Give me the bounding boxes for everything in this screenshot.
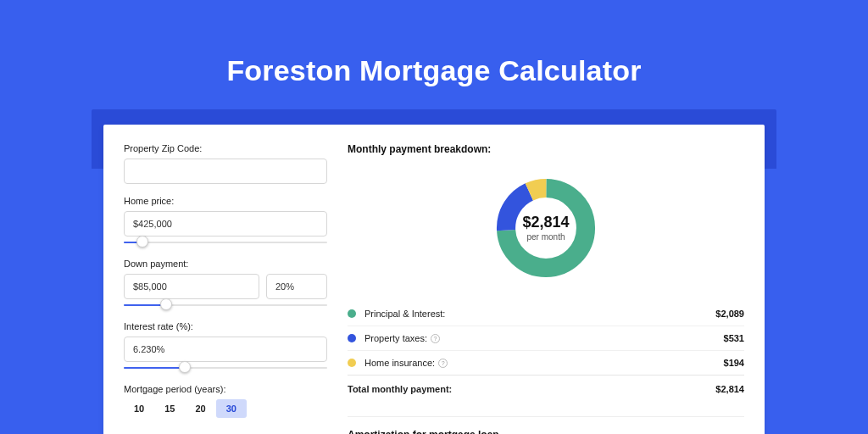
slider-thumb[interactable] (179, 361, 191, 373)
home-price-input[interactable] (124, 211, 327, 236)
legend-row: Home insurance:?$194 (348, 350, 744, 375)
slider-track (124, 242, 327, 243)
zip-label: Property Zip Code: (124, 143, 327, 153)
donut-center: $2,814 per month (493, 175, 598, 281)
legend-total-row: Total monthly payment: $2,814 (348, 375, 744, 401)
inputs-panel: Property Zip Code: Home price: Down paym… (124, 143, 327, 430)
legend-label-text: Property taxes: (364, 333, 427, 343)
page-root: Foreston Mortgage Calculator Property Zi… (0, 0, 868, 434)
interest-rate-slider[interactable] (124, 364, 327, 372)
legend-label-text: Principal & Interest: (364, 309, 445, 319)
breakdown-title: Monthly payment breakdown: (348, 143, 744, 155)
down-payment-slider[interactable] (124, 301, 327, 309)
slider-fill (124, 367, 185, 369)
period-option-10[interactable]: 10 (124, 399, 154, 418)
donut-chart-area: $2,814 per month (348, 162, 744, 293)
donut-total-amount: $2,814 (522, 214, 569, 231)
donut-total-sub: per month (526, 232, 565, 242)
legend-row: Property taxes:?$531 (348, 326, 744, 350)
legend-total-value: $2,814 (715, 384, 744, 394)
home-price-label: Home price: (124, 196, 327, 206)
legend-value: $194 (724, 358, 744, 368)
donut-chart: $2,814 per month (493, 175, 598, 281)
down-payment-pct-input[interactable] (266, 274, 327, 299)
slider-thumb[interactable] (160, 298, 172, 310)
calculator-card: Property Zip Code: Home price: Down paym… (103, 125, 765, 434)
period-option-15[interactable]: 15 (154, 399, 185, 418)
amortization-title: Amortization for mortgage loan (348, 429, 744, 434)
legend-label: Home insurance:? (364, 358, 724, 368)
info-icon[interactable]: ? (431, 334, 440, 343)
page-title: Foreston Mortgage Calculator (0, 0, 868, 87)
slider-thumb[interactable] (136, 236, 148, 248)
legend-row: Principal & Interest:$2,089 (348, 302, 744, 326)
home-price-slider[interactable] (124, 238, 327, 247)
down-payment-label: Down payment: (124, 259, 327, 269)
legend-dot-icon (348, 359, 356, 367)
period-option-20[interactable]: 20 (186, 399, 216, 418)
zip-input[interactable] (124, 159, 327, 184)
legend-value: $531 (724, 333, 744, 343)
legend-label-text: Home insurance: (364, 358, 435, 368)
legend-label: Principal & Interest: (364, 309, 715, 319)
mortgage-period-group: 10152030 (124, 399, 327, 418)
legend-dot-icon (348, 309, 356, 318)
legend-value: $2,089 (715, 309, 744, 319)
period-option-30[interactable]: 30 (216, 399, 247, 418)
amortization-section: Amortization for mortgage loan Amortizat… (348, 416, 744, 434)
legend-label: Property taxes:? (364, 333, 724, 343)
interest-rate-label: Interest rate (%): (124, 321, 327, 331)
breakdown-panel: Monthly payment breakdown: $2,814 per mo… (348, 143, 744, 430)
down-payment-input[interactable] (124, 274, 259, 299)
info-icon[interactable]: ? (438, 359, 448, 368)
legend-dot-icon (348, 334, 356, 342)
legend-total-label: Total monthly payment: (348, 384, 715, 394)
mortgage-period-label: Mortgage period (years): (124, 384, 327, 394)
legend-list: Principal & Interest:$2,089Property taxe… (348, 302, 744, 375)
interest-rate-input[interactable] (124, 337, 327, 362)
